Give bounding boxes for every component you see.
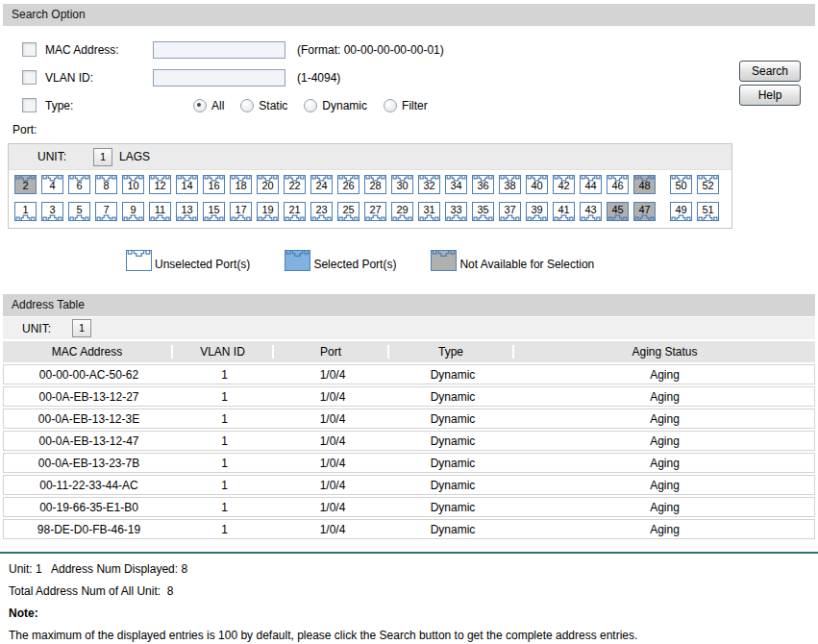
port-1[interactable]: 1 <box>14 202 37 221</box>
port-36[interactable]: 36 <box>472 175 494 194</box>
port-number: 19 <box>258 205 278 215</box>
cell-type: Dynamic <box>390 390 515 404</box>
port-47[interactable]: 47 <box>633 202 656 221</box>
port-number: 17 <box>231 205 251 215</box>
port-8[interactable]: 8 <box>95 175 117 194</box>
port-51[interactable]: 51 <box>697 202 719 221</box>
cell-type: Dynamic <box>390 434 515 448</box>
port-15[interactable]: 15 <box>203 202 225 221</box>
port-4[interactable]: 4 <box>41 175 63 194</box>
type-checkbox[interactable] <box>22 98 37 112</box>
port-32[interactable]: 32 <box>418 175 440 194</box>
cell-type: Dynamic <box>390 479 515 492</box>
cell-vlan-id: 1 <box>174 368 275 382</box>
port-31[interactable]: 31 <box>418 202 440 221</box>
mac-address-input[interactable] <box>153 41 285 59</box>
port-37[interactable]: 37 <box>499 202 521 221</box>
port-17[interactable]: 17 <box>230 202 252 221</box>
port-50[interactable]: 50 <box>670 175 692 194</box>
port-38[interactable]: 38 <box>499 175 521 194</box>
port-5[interactable]: 5 <box>68 202 90 221</box>
table-unit-button[interactable]: 1 <box>72 319 91 337</box>
port-23[interactable]: 23 <box>310 202 333 221</box>
search-button[interactable]: Search <box>739 61 801 82</box>
lags-toggle[interactable]: LAGS <box>119 150 150 163</box>
port-2[interactable]: 2 <box>14 175 37 194</box>
type-radio-all[interactable] <box>193 99 207 112</box>
port-unit-bar: UNIT: 1 LAGS <box>9 144 731 170</box>
port-35[interactable]: 35 <box>472 202 494 221</box>
help-button[interactable]: Help <box>739 85 801 106</box>
port-9[interactable]: 9 <box>122 202 144 221</box>
port-number: 38 <box>500 181 520 191</box>
port-10[interactable]: 10 <box>122 175 144 194</box>
port-section-label: Port: <box>3 123 815 138</box>
port-number: 44 <box>581 181 601 191</box>
port-number: 51 <box>698 205 718 215</box>
column-header-port: Port <box>274 345 389 359</box>
port-14[interactable]: 14 <box>176 175 198 194</box>
port-33[interactable]: 33 <box>445 202 467 221</box>
table-row: 00-0A-EB-13-12-2711/0/4DynamicAging <box>3 386 815 407</box>
port-24[interactable]: 24 <box>310 175 333 194</box>
port-52[interactable]: 52 <box>697 175 719 194</box>
port-48[interactable]: 48 <box>633 175 656 194</box>
port-46[interactable]: 46 <box>607 175 629 194</box>
port-27[interactable]: 27 <box>364 202 386 221</box>
port-28[interactable]: 28 <box>364 175 386 194</box>
port-number: 30 <box>392 181 412 191</box>
port-34[interactable]: 34 <box>445 175 467 194</box>
port-39[interactable]: 39 <box>526 202 548 221</box>
port-49[interactable]: 49 <box>670 202 692 221</box>
port-22[interactable]: 22 <box>284 175 306 194</box>
port-40[interactable]: 40 <box>526 175 548 194</box>
port-3[interactable]: 3 <box>41 202 63 221</box>
port-6[interactable]: 6 <box>68 175 90 194</box>
cell-vlan-id: 1 <box>174 457 275 470</box>
port-41[interactable]: 41 <box>553 202 575 221</box>
port-19[interactable]: 19 <box>257 202 279 221</box>
port-number: 39 <box>527 205 547 215</box>
port-26[interactable]: 26 <box>337 175 359 194</box>
table-header-row: MAC AddressVLAN IDPortTypeAging Status <box>3 341 815 362</box>
port-7[interactable]: 7 <box>95 202 117 221</box>
port-30[interactable]: 30 <box>391 175 413 194</box>
type-radio-label: Dynamic <box>322 99 367 112</box>
port-number: 42 <box>554 181 574 191</box>
vlan-id-checkbox[interactable] <box>22 70 37 85</box>
port-16[interactable]: 16 <box>203 175 225 194</box>
port-42[interactable]: 42 <box>553 175 575 194</box>
address-num-displayed: Unit: 1 Address Num Displayed: 8 <box>9 562 815 576</box>
type-radio-static[interactable] <box>240 99 254 112</box>
type-option-static: Static <box>240 99 287 112</box>
type-label: Type: <box>45 99 153 112</box>
cell-mac-address: 00-0A-EB-13-12-3E <box>4 412 174 426</box>
port-20[interactable]: 20 <box>257 175 279 194</box>
port-44[interactable]: 44 <box>580 175 602 194</box>
port-45[interactable]: 45 <box>607 202 629 221</box>
mac-address-label: MAC Address: <box>45 43 153 57</box>
port-11[interactable]: 11 <box>149 202 171 221</box>
port-number: 5 <box>69 205 89 215</box>
cell-mac-address: 00-0A-EB-13-12-47 <box>4 434 174 448</box>
type-radio-filter[interactable] <box>384 99 397 112</box>
port-18[interactable]: 18 <box>230 175 252 194</box>
type-row: Type: AllStaticDynamicFilter <box>22 91 815 119</box>
port-43[interactable]: 43 <box>580 202 602 221</box>
port-12[interactable]: 12 <box>149 175 171 194</box>
port-25[interactable]: 25 <box>337 202 359 221</box>
port-number: 47 <box>634 205 655 215</box>
type-radio-dynamic[interactable] <box>304 99 317 112</box>
mac-address-checkbox[interactable] <box>22 42 37 57</box>
port-number: 50 <box>671 181 691 191</box>
cell-aging-status: Aging <box>515 412 814 426</box>
note-label: Note: <box>9 607 815 620</box>
port-29[interactable]: 29 <box>391 202 413 221</box>
port-unit-button[interactable]: 1 <box>93 148 112 166</box>
cell-vlan-id: 1 <box>174 390 275 404</box>
vlan-id-input[interactable] <box>153 69 285 87</box>
port-number: 7 <box>96 205 116 215</box>
type-radio-group: AllStaticDynamicFilter <box>193 99 444 112</box>
port-13[interactable]: 13 <box>176 202 198 221</box>
port-21[interactable]: 21 <box>284 202 306 221</box>
